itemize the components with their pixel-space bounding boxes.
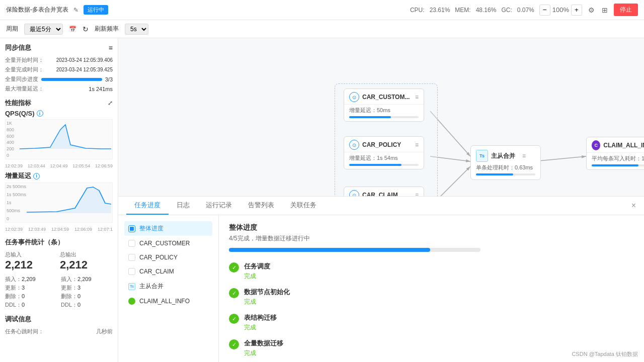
tab-related[interactable]: 关联任务 <box>282 197 325 215</box>
main-layout: 同步信息 ≡ 全量开始时间： 2023-03-24 12:05:39.406 全… <box>0 38 644 362</box>
expand-icon[interactable]: ⤢ <box>108 100 113 107</box>
settings-icon[interactable]: ⚙ <box>587 5 596 15</box>
canvas-area[interactable]: ⊙ CAR_CUSTOM... ≡ 增量延迟：50ms ⊙ CAR_POLICY… <box>118 38 644 196</box>
grid-icon[interactable]: ⊞ <box>601 5 609 15</box>
step-schedule-check: ✓ <box>229 262 239 273</box>
merge-node-header: Ts 主从合并 ≡ <box>476 150 535 162</box>
progress-item-car-claim[interactable]: CAR_CLAIM <box>124 265 212 278</box>
period-label: 周期 <box>6 25 18 33</box>
target-icon: C <box>592 140 600 150</box>
stats-title: 任务事件统计（条） <box>5 238 113 247</box>
progress-item-merge[interactable]: Ts 主从合并 <box>124 279 212 294</box>
max-delay-row: 最大增量延迟： 1s 241ms <box>5 85 113 93</box>
period-select[interactable]: 最近5分 <box>24 24 63 35</box>
start-time-row: 全量开始时间： 2023-03-24 12:05:39.406 <box>5 56 113 64</box>
qps-chart: 1K8006004002000 <box>5 119 113 159</box>
overall-subtitle: 4/5完成，增量数据迁移进行中 <box>229 234 634 243</box>
car-policy-title: CAR_POLICY <box>362 141 401 148</box>
car-policy-list-icon <box>128 254 135 261</box>
sync-info-title: 同步信息 ≡ <box>5 43 113 52</box>
zoom-value: 100% <box>552 6 569 14</box>
target-node[interactable]: C CLAIM_ALL_IN... ≡ 平均每条写入耗时：1ms <box>586 137 644 170</box>
delay-chart: 2s 500ms1s 500ms1s500ms0 <box>5 183 113 223</box>
stats-details: 插入：2,209 插入：2,209 更新：3 更新：3 删除：0 删除：0 DD… <box>5 276 113 309</box>
step-full-check: ✓ <box>229 339 239 349</box>
qps-y-labels: 1K8006004002000 <box>7 120 14 159</box>
step-init: ✓ 数据节点初始化 完成 <box>229 288 634 306</box>
sync-menu-icon[interactable]: ≡ <box>109 44 113 52</box>
total-in: 总输入 2,212 <box>5 251 58 272</box>
bottom-close-button[interactable]: × <box>631 201 636 210</box>
step-init-check: ✓ <box>229 288 239 298</box>
sync-progress-row: 全量同步进度 3/3 <box>5 75 113 83</box>
top-bar: 保险数据-多表合并宽表 ✎ 运行中 CPU: 23.61% MEM: 48.16… <box>0 0 644 20</box>
delay-y-labels: 2s 500ms1s 500ms1s500ms0 <box>7 183 26 222</box>
calendar-icon[interactable]: 📅 <box>69 26 76 33</box>
car-customer-header: ⊙ CAR_CUSTOM... ≡ <box>344 89 424 105</box>
refresh-select[interactable]: 5s <box>125 24 148 35</box>
car-policy-body: 增量延迟：1s 54ms <box>344 152 424 169</box>
qps-title: QPS(Q/S) i <box>5 110 113 117</box>
target-title: CLAIM_ALL_IN... <box>603 142 644 149</box>
cpu-label: CPU: <box>410 7 425 14</box>
second-bar: 周期 最近5分 📅 ↻ 刷新频率 5s <box>0 20 644 38</box>
progress-item-overall[interactable]: 整体进度 <box>124 221 212 236</box>
zoom-in-button[interactable]: + <box>571 5 582 16</box>
car-claim-list-icon <box>128 268 135 275</box>
car-policy-icon: ⊙ <box>349 140 359 150</box>
merge-metric: 单条处理耗时：0.63ms <box>476 164 535 171</box>
car-customer-title: CAR_CUSTOM... <box>362 94 410 101</box>
bottom-content: 整体进度 CAR_CUSTOMER CAR_POLICY CAR_CLAIM <box>118 215 644 362</box>
refresh-label: 刷新频率 <box>95 25 119 33</box>
tab-run-record[interactable]: 运行记录 <box>198 197 240 215</box>
perf-section: 性能指标 ⤢ QPS(Q/S) i 1K8006004002000 12:02:… <box>5 99 113 232</box>
zoom-out-button[interactable]: − <box>539 5 550 16</box>
mem-value: 48.16% <box>476 7 497 14</box>
merge-title: 主从合并 <box>491 152 515 160</box>
bottom-panel: 任务进度 日志 运行记录 告警列表 关联任务 × 整体进度 <box>118 196 644 362</box>
car-customer-list-icon <box>128 240 135 247</box>
delay-info-icon[interactable]: i <box>33 173 40 179</box>
progress-right: 整体进度 4/5完成，增量数据迁移进行中 ✓ 任务调度 完成 ✓ <box>219 215 644 362</box>
gc-value: 0.07% <box>517 7 534 14</box>
tab-alert[interactable]: 告警列表 <box>240 197 282 215</box>
car-policy-node[interactable]: ⊙ CAR_POLICY ≡ 增量延迟：1s 54ms <box>344 136 424 169</box>
refresh-icon[interactable]: ↻ <box>83 25 89 33</box>
merge-node[interactable]: Ts 主从合并 ≡ 单条处理耗时：0.63ms <box>470 145 541 180</box>
car-customer-icon: ⊙ <box>349 92 359 102</box>
stop-button[interactable]: 停止 <box>614 4 638 16</box>
target-body: 平均每条写入耗时：1ms <box>587 153 644 169</box>
step-schedule: ✓ 任务调度 完成 <box>229 262 634 281</box>
car-policy-menu[interactable]: ≡ <box>415 141 419 148</box>
top-bar-title: 保险数据-多表合并宽表 <box>6 6 68 14</box>
tab-log[interactable]: 日志 <box>169 197 198 215</box>
car-claim-icon: ⊙ <box>349 190 359 196</box>
car-customer-node[interactable]: ⊙ CAR_CUSTOM... ≡ 增量延迟：50ms <box>344 88 424 122</box>
zoom-controls: − 100% + <box>539 5 582 16</box>
car-claim-header: ⊙ CAR_CLAIM ≡ <box>344 187 424 196</box>
claim-all-list-icon <box>128 298 135 305</box>
debug-section: 调试信息 任务心跳时间： 几秒前 <box>5 315 113 335</box>
progress-item-car-policy[interactable]: CAR_POLICY <box>124 251 212 264</box>
qps-info-icon[interactable]: i <box>37 110 43 117</box>
tab-progress[interactable]: 任务进度 <box>126 197 169 215</box>
right-area: ⊙ CAR_CUSTOM... ≡ 增量延迟：50ms ⊙ CAR_POLICY… <box>118 38 644 362</box>
car-claim-node[interactable]: ⊙ CAR_CLAIM ≡ 增量延迟：584ms <box>344 187 424 196</box>
progress-item-car-customer[interactable]: CAR_CUSTOMER <box>124 237 212 250</box>
qps-x-labels: 12:02:3912:03:4412:04:4912:05:5412:06:59 <box>5 163 113 168</box>
car-claim-menu[interactable]: ≡ <box>415 192 419 196</box>
merge-menu[interactable]: ≡ <box>522 152 526 159</box>
merge-list-icon: Ts <box>128 283 135 290</box>
car-customer-menu[interactable]: ≡ <box>415 94 419 101</box>
edit-icon[interactable]: ✎ <box>73 7 78 14</box>
bottom-tabs: 任务进度 日志 运行记录 告警列表 关联任务 × <box>118 197 644 215</box>
debug-title: 调试信息 <box>5 315 113 324</box>
car-customer-body: 增量延迟：50ms <box>344 105 424 121</box>
mem-label: MEM: <box>455 7 470 14</box>
total-out: 总输出 2,212 <box>60 251 113 272</box>
end-time-row: 全量完成时间： 2023-03-24 12:05:39.425 <box>5 66 113 73</box>
top-bar-right: CPU: 23.61% MEM: 48.16% GC: 0.07% − 100%… <box>410 4 638 16</box>
svg-line-4 <box>533 156 586 161</box>
progress-left: 整体进度 CAR_CUSTOMER CAR_POLICY CAR_CLAIM <box>118 215 219 362</box>
progress-item-claim-all[interactable]: CLAIM_ALL_INFO <box>124 295 212 308</box>
